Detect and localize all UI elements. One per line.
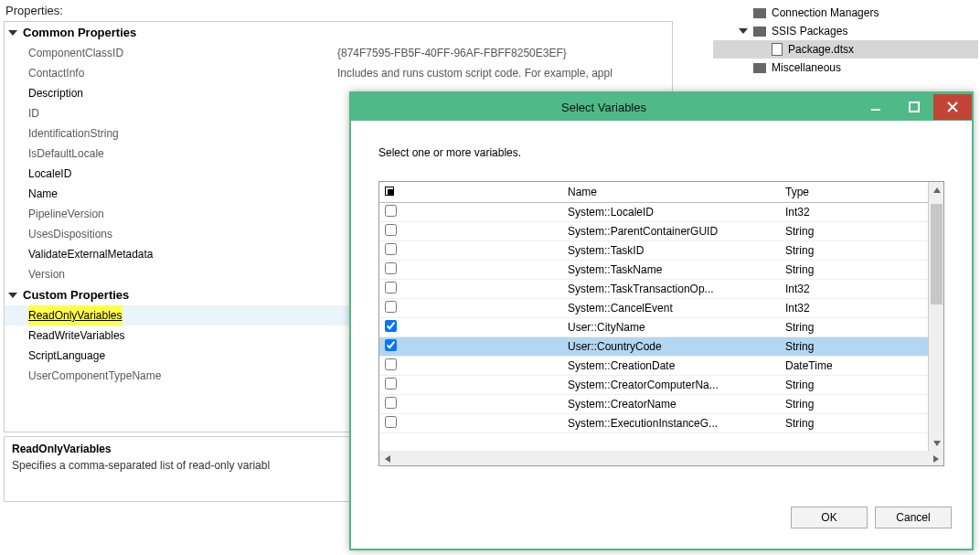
property-name: ReadWriteVariables <box>5 326 334 346</box>
cell-name: System::CreatorComputerNa... <box>562 376 780 395</box>
variable-checkbox[interactable] <box>385 262 397 274</box>
folder-icon <box>753 27 766 37</box>
variable-checkbox[interactable] <box>385 339 397 351</box>
tree-item[interactable]: SSIS Packages <box>713 22 978 40</box>
table-row[interactable]: System::TaskNameString <box>379 261 928 280</box>
property-name: ID <box>5 103 334 123</box>
variables-table[interactable]: Name Type System::LocaleIDInt32System::P… <box>378 181 944 452</box>
table-row[interactable]: System::CancelEventInt32 <box>379 299 928 318</box>
table-row[interactable]: System::CreationDateDateTime <box>379 357 928 376</box>
scroll-left-icon[interactable] <box>379 451 395 466</box>
tree-item-label: Package.dtsx <box>788 43 854 56</box>
column-header-check[interactable] <box>379 182 562 203</box>
tree-item[interactable]: Connection Managers <box>713 4 978 22</box>
cell-type: Int32 <box>780 203 928 222</box>
cell-type: String <box>780 261 928 280</box>
property-name: ReadOnlyVariables <box>28 305 122 326</box>
variable-checkbox[interactable] <box>385 320 397 332</box>
property-name: ScriptLanguage <box>5 346 334 366</box>
table-row[interactable]: System::LocaleIDInt32 <box>379 203 928 222</box>
cell-type: String <box>780 376 928 395</box>
tree-item[interactable]: Package.dtsx <box>713 40 978 59</box>
scroll-right-icon[interactable] <box>928 451 943 466</box>
property-name: IsDefaultLocale <box>5 144 334 164</box>
svg-rect-1 <box>910 102 919 112</box>
cell-name: System::CreatorName <box>562 395 780 414</box>
svg-marker-4 <box>933 187 941 193</box>
property-value[interactable]: {874F7595-FB5F-40FF-96AF-FBFF8250E3EF} <box>334 43 672 63</box>
tree-item-label: Connection Managers <box>772 6 879 19</box>
cell-type: String <box>780 414 928 433</box>
property-value[interactable]: Includes and runs custom script code. Fo… <box>334 63 672 83</box>
cell-name: System::LocaleID <box>562 203 780 222</box>
property-row[interactable]: ContactInfoIncludes and runs custom scri… <box>5 63 672 83</box>
tree-item-label: Miscellaneous <box>772 61 841 74</box>
property-name: IdentificationString <box>5 123 334 144</box>
property-name: ContactInfo <box>5 63 334 83</box>
cell-type: Int32 <box>780 280 928 299</box>
group-label: Common Properties <box>23 26 136 39</box>
variable-checkbox[interactable] <box>385 416 397 428</box>
folder-icon <box>753 63 766 73</box>
property-name: UsesDispositions <box>5 224 334 244</box>
column-header-type[interactable]: Type <box>780 182 928 203</box>
file-icon <box>772 43 783 56</box>
header-check-icon[interactable] <box>385 187 394 196</box>
property-name: ComponentClassID <box>5 43 334 63</box>
cell-type: String <box>780 222 928 241</box>
dialog-title: Select Variables <box>351 101 857 114</box>
horizontal-scrollbar[interactable] <box>378 451 944 466</box>
svg-marker-6 <box>385 455 390 463</box>
cell-name: User::CountryCode <box>562 337 780 357</box>
property-name: PipelineVersion <box>5 204 334 224</box>
cell-name: User::CityName <box>562 318 780 337</box>
solution-explorer-tree[interactable]: Connection ManagersSSIS PackagesPackage.… <box>713 0 978 77</box>
group-common-properties[interactable]: Common Properties <box>5 22 672 43</box>
table-row[interactable]: System::ParentContainerGUIDString <box>379 222 928 241</box>
table-row[interactable]: System::CreatorNameString <box>379 395 928 414</box>
variable-checkbox[interactable] <box>385 205 397 217</box>
cell-type: String <box>780 318 928 337</box>
variable-checkbox[interactable] <box>385 378 397 390</box>
property-row[interactable]: ComponentClassID{874F7595-FB5F-40FF-96AF… <box>5 43 672 63</box>
table-row[interactable]: System::TaskIDString <box>379 241 928 261</box>
table-row[interactable]: System::ExecutionInstanceG...String <box>379 414 928 433</box>
cell-type: String <box>780 337 928 357</box>
properties-title: Properties: <box>0 0 676 21</box>
cell-name: System::ParentContainerGUID <box>562 222 780 241</box>
cell-name: System::CancelEvent <box>562 299 780 318</box>
variable-checkbox[interactable] <box>385 301 397 313</box>
dialog-titlebar[interactable]: Select Variables <box>351 93 972 121</box>
variable-checkbox[interactable] <box>385 243 397 255</box>
variable-checkbox[interactable] <box>385 358 397 370</box>
cell-type: String <box>780 241 928 261</box>
vertical-scrollbar[interactable] <box>928 182 943 451</box>
maximize-button[interactable] <box>895 94 933 120</box>
close-button[interactable] <box>933 94 972 120</box>
svg-marker-7 <box>933 455 939 463</box>
scrollbar-thumb[interactable] <box>931 204 943 304</box>
table-row[interactable]: System::CreatorComputerNa...String <box>379 376 928 395</box>
property-name: Description <box>5 83 334 103</box>
variable-checkbox[interactable] <box>385 397 397 409</box>
chevron-down-icon[interactable] <box>739 28 748 34</box>
cell-name: System::ExecutionInstanceG... <box>562 414 780 433</box>
tree-item[interactable]: Miscellaneous <box>713 59 978 77</box>
cancel-button[interactable]: Cancel <box>875 507 952 528</box>
minimize-button[interactable] <box>857 94 895 120</box>
chevron-down-icon[interactable] <box>8 293 17 298</box>
scroll-up-icon[interactable] <box>929 182 944 197</box>
cell-name: System::TaskID <box>562 241 780 261</box>
variable-checkbox[interactable] <box>385 282 397 294</box>
table-row[interactable]: System::TaskTransactionOp...Int32 <box>379 280 928 299</box>
variable-checkbox[interactable] <box>385 224 397 236</box>
folder-icon <box>753 8 766 18</box>
group-label: Custom Properties <box>23 288 129 302</box>
column-header-name[interactable]: Name <box>562 182 780 203</box>
ok-button[interactable]: OK <box>791 507 868 528</box>
table-row[interactable]: User::CityNameString <box>379 318 928 337</box>
chevron-down-icon[interactable] <box>8 30 17 36</box>
table-row[interactable]: User::CountryCodeString <box>379 337 928 357</box>
property-name: Name <box>5 184 334 204</box>
scroll-down-icon[interactable] <box>929 435 944 451</box>
